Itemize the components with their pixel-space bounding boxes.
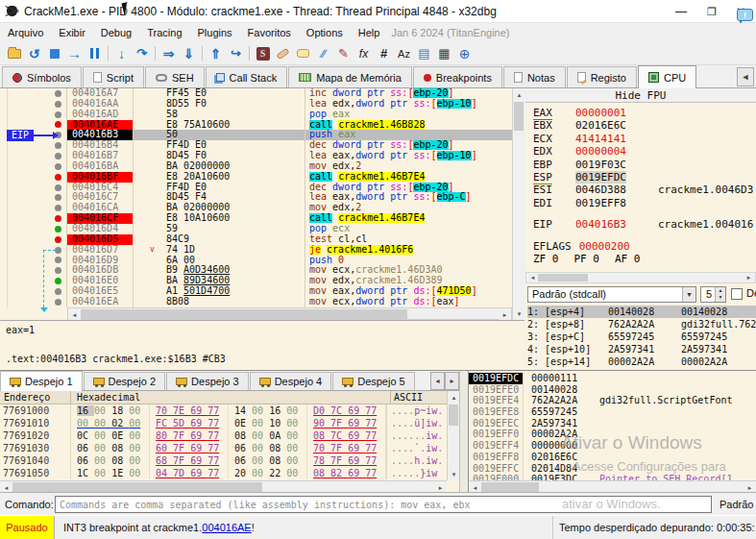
breakpoint-gutter[interactable] [49, 192, 66, 203]
stack-row[interactable]: 0019EFE865597245 [469, 406, 756, 418]
report-icon[interactable]: ▤ [414, 44, 434, 63]
tab-script[interactable]: Script [83, 66, 144, 87]
tab-cpu[interactable]: CPU [638, 65, 696, 88]
dump-tab-scroll-left-icon[interactable]: ◂ [430, 372, 445, 390]
stack-row[interactable]: 0019EFDC00000111 [469, 373, 756, 384]
panel-splitter[interactable] [459, 371, 469, 493]
breakpoint-gutter[interactable] [49, 297, 66, 307]
register-row-ebp[interactable]: EBP0019F03C [533, 159, 756, 171]
argument-row[interactable]: 3:[esp+C]6559724565597245 [527, 331, 756, 343]
breakpoint-gutter[interactable] [49, 183, 66, 193]
menu-help[interactable]: Help [351, 23, 388, 42]
register-row-eax[interactable]: EAX00000001 [533, 107, 756, 119]
stack-row[interactable]: 0019F0000019F3DCPointer to SEH Record[1 [469, 474, 756, 480]
command-profile-select[interactable]: Padrão [716, 493, 756, 516]
disassembly-vscrollbar[interactable]: ▴ ▾ [512, 88, 524, 320]
disassembly-hscrollbar[interactable]: ◂ ▸ [67, 307, 512, 320]
disasm-row[interactable]: 004016AD58pop eax [0, 110, 512, 120]
tab-seh[interactable]: SEH [145, 66, 205, 87]
disasm-row[interactable]: 004016EA8B08mov ecx,dword ptr ds:[eax] [0, 297, 512, 307]
pause-icon[interactable] [85, 44, 105, 63]
run-to-user-code-icon[interactable]: ⇒ [159, 44, 179, 63]
dump-tab-despejo-1[interactable]: Despejo 1 [0, 371, 83, 391]
breakpoint-gutter[interactable] [49, 140, 66, 151]
dump-tab-despejo-2[interactable]: Despejo 2 [84, 372, 166, 390]
notification-bubble-icon[interactable]: ! [737, 9, 753, 21]
dump-row[interactable]: 7769103006 00 08 0060 7F 69 7706 00 08 0… [0, 442, 447, 454]
register-row-edi[interactable]: EDI0019EFF8 [533, 197, 756, 209]
dump-tab-scroll-right-icon[interactable]: ▸ [445, 372, 459, 390]
breakpoint-gutter[interactable] [49, 110, 66, 120]
minimize-button[interactable]: — [668, 0, 695, 23]
execute-till-return-icon[interactable]: ⇑ [206, 44, 226, 63]
breakpoint-gutter[interactable] [49, 203, 66, 213]
open-file-icon[interactable] [4, 44, 24, 63]
menu-plugins[interactable]: Plugins [190, 23, 240, 42]
dump-tab-despejo-5[interactable]: Despejo 5 [332, 372, 415, 390]
comments-icon[interactable] [293, 44, 313, 63]
registers-hscrollbar[interactable]: ◂ ▸ [525, 272, 756, 283]
stop-icon[interactable] [44, 44, 64, 63]
register-row-eflags[interactable]: EFLAGS00000200 [533, 240, 756, 253]
register-row-ecx[interactable]: ECX41414141 [533, 133, 756, 145]
step-over-icon[interactable]: ↷ [132, 44, 152, 63]
restart-icon[interactable]: ↺ [24, 44, 44, 63]
tab-s-mbolos[interactable]: Símbolos [2, 66, 82, 87]
tab-notas[interactable]: Notas [503, 66, 566, 87]
argument-row[interactable]: 2:[esp+8]762A2A2Agdi32full.762A [527, 318, 756, 331]
disasm-row[interactable]: 004016BFE8 20A10600call crackme1.46B7E4 [0, 172, 512, 183]
menu-tracing[interactable]: Tracing [139, 23, 189, 42]
breakpoint-gutter[interactable] [49, 276, 66, 286]
restore-button[interactable]: ❐ [698, 0, 725, 23]
breakpoint-gutter[interactable] [49, 99, 66, 110]
register-row-esp[interactable]: ESP0019EFDC [533, 171, 756, 184]
argument-row[interactable]: 1:[esp+4]0014002800140028 [527, 306, 756, 318]
register-row-ebx[interactable]: EBX02016E6C [533, 119, 756, 132]
breakpoint-gutter[interactable] [49, 265, 66, 276]
tab-registo[interactable]: Registo [567, 66, 637, 87]
breakpoint-gutter[interactable] [49, 172, 66, 183]
step-out-icon[interactable]: ⇓ [179, 44, 199, 63]
menu-options[interactable]: Options [299, 23, 351, 42]
tab-breakpoints[interactable]: Breakpoints [413, 66, 502, 87]
status-address-link[interactable]: 004016AE [202, 522, 251, 533]
calculator-icon[interactable]: ▦ [434, 44, 454, 63]
fx-icon[interactable]: fx [354, 44, 374, 63]
patches-icon[interactable] [273, 44, 293, 63]
tab-scroll-left-button[interactable]: ◄ [737, 67, 754, 86]
dump-row[interactable]: 7769101000 00 02 00FC 5D 69 770E 00 10 0… [0, 417, 447, 429]
breakpoint-gutter[interactable] [49, 234, 66, 245]
dump-row[interactable]: 776910501C 00 1E 0004 7D 69 7720 00 22 0… [0, 467, 447, 479]
menu-favoritos[interactable]: Favoritos [240, 23, 299, 42]
dump-tab-despejo-4[interactable]: Despejo 4 [250, 372, 332, 390]
dump-vscrollbar[interactable]: ▴ ▾ [447, 391, 459, 480]
spinner-arrows-icon[interactable]: ▲▼ [715, 287, 725, 302]
argument-row[interactable]: 4:[esp+10]2A5973412A597341 [527, 343, 756, 355]
stack-row[interactable]: 0019EFE000140028 [469, 384, 756, 396]
tab-call-stack[interactable]: Call Stack [206, 66, 288, 87]
dump-row[interactable]: 7769104006 00 08 0068 7F 69 7706 00 08 0… [0, 454, 447, 467]
hide-fpu-button[interactable]: Hide FPU [525, 88, 756, 103]
settings-s-icon[interactable]: S [253, 44, 273, 63]
globe-icon[interactable]: ⊕ [454, 44, 475, 63]
menu-exibir[interactable]: Exibir [51, 23, 93, 42]
attach-icon[interactable]: ↪ [226, 44, 246, 63]
stack-row[interactable]: 0019EFEC2A597341 [469, 418, 756, 429]
hash-icon[interactable]: # [374, 44, 394, 63]
dump-row[interactable]: 7769100016 00 18 0070 7E 69 7714 00 16 0… [0, 404, 447, 417]
breakpoint-gutter[interactable] [49, 224, 66, 234]
font-az-icon[interactable]: Az [394, 44, 414, 63]
breakpoint-gutter[interactable] [49, 120, 66, 131]
unlock-checkbox[interactable] [731, 288, 743, 300]
breakpoint-gutter[interactable] [49, 161, 66, 172]
register-row-esi[interactable]: ESI0046D388crackme1.0046D3 [533, 184, 756, 196]
disasm-row[interactable]: 004016D7v74 1Dje crackme1.4016F6 [0, 245, 512, 256]
command-input[interactable] [55, 496, 712, 513]
dump-tab-despejo-3[interactable]: Despejo 3 [166, 372, 249, 390]
dump-tab-scroll[interactable]: ◂ ▸ [430, 372, 459, 390]
breakpoint-gutter[interactable] [49, 151, 66, 161]
argument-row[interactable]: 5:[esp+14]00002A2A00002A2A [527, 355, 756, 368]
run-icon[interactable]: → [64, 44, 85, 63]
register-row-edx[interactable]: EDX00000004 [533, 145, 756, 158]
breakpoint-gutter[interactable] [49, 213, 66, 224]
